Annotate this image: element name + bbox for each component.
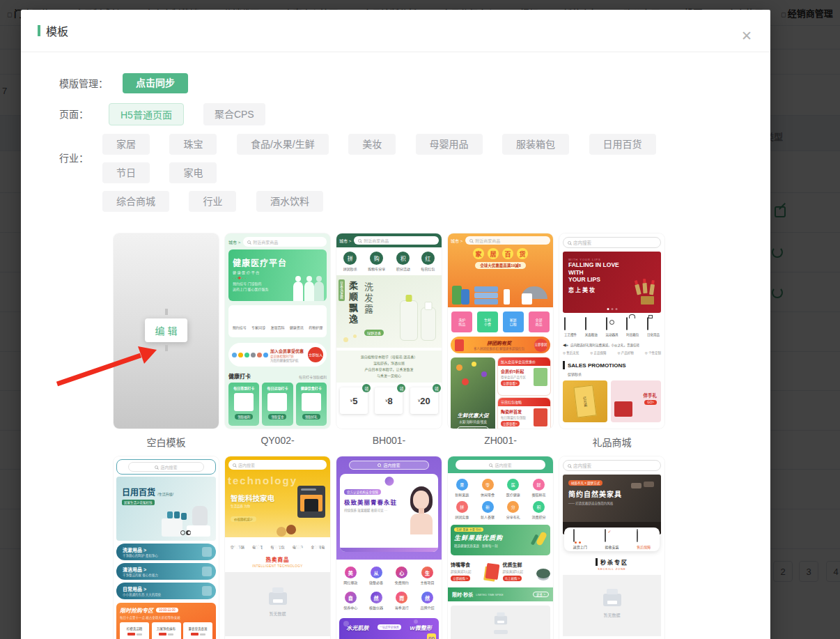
buy-button: 马上抢购 > <box>503 576 522 581</box>
card-header: 加入会员享会员优惠价 <box>498 357 550 366</box>
template-thumbnail-jd003[interactable]: 店内搜索 technology 智能科技家电 生活品质 为你 价格随机减少 空气… <box>225 456 330 639</box>
section-title: 健康打卡 <box>228 372 251 380</box>
industry-filter[interactable]: 家居 <box>102 134 150 155</box>
template-thumbnail-bh002[interactable]: 店内搜索 日用百货 /生活升级/ 居家生活少花冤枉钱 洗漱用品 >干净随心的呵护… <box>114 456 219 639</box>
desc-line: 源自植物草本精华（母菊花·迷迭香） <box>338 354 440 360</box>
cups <box>174 511 180 518</box>
avatar-group <box>232 353 268 357</box>
empty-text: 暂无数据 <box>563 612 661 618</box>
qy002-section-row: 健康打卡 每日打卡领取福利 <box>228 372 327 380</box>
zh001-bottom-grid: 生鲜优惠大促 水果/海鲜/肉类/蛋类 进入生鲜优惠专区 加入会员享会员优惠价 会… <box>451 357 550 429</box>
zh001-header: 城市 > 附近商家商品 <box>451 236 550 245</box>
sp006-icon-row-2: 拼拼团实惠 新新人荟聚 分分享有礼 积消费积分 <box>448 501 553 519</box>
claim-badge: 领 <box>433 384 441 392</box>
col-sub: 超值满减3元起 <box>451 569 472 573</box>
strip-title: 日常用品 > <box>123 585 216 592</box>
icon-label: 休闲零食 <box>481 492 495 497</box>
banner-tag: 草本洗发露 <box>339 279 345 301</box>
product-name: 万家净色抹布 <box>152 626 181 631</box>
template-thumbnail-gift[interactable]: 店内搜索 WITH YOUR LIPS FALLING IN LOVE WITH… <box>559 233 664 429</box>
industry-filter[interactable]: 母婴用品 <box>416 134 483 155</box>
template-card-bh002: 店内搜索 日用百货 /生活升级/ 居家生活少花冤枉钱 洗漱用品 >干净随心的呵护… <box>114 456 219 639</box>
col-title: 馋嘴零食 <box>451 561 472 568</box>
qy002-membership-banner: 加入会员享受优惠 会员体检限时7折 为您的健康保驾护航 立即加入 <box>228 343 327 367</box>
template-thumbnail-qy003[interactable]: 店内搜索 官方认证机构安全保障 极致美丽青春永驻 持续保养 效果细腻 收获可见 … <box>336 456 442 639</box>
template-thumbnail-jg003[interactable]: 店内搜索 材质不凡 × 圆梦方式 简约自然美家具 —— 打造优雅舒适自然简约风格… <box>559 456 664 639</box>
veggie-deco <box>481 371 487 377</box>
speaker-icon: ◀» <box>563 342 568 347</box>
banner-pill: 价格随机减少 <box>231 516 256 522</box>
template-thumbnail-qy002[interactable]: 城市 > 附近商家商品 健康医疗平台 健·康·医·疗·平·台 · · ✚ · ·… <box>225 233 330 429</box>
search-placeholder: 附近商家商品 <box>364 238 389 244</box>
tab-h5-page[interactable]: H5普通页面 <box>109 103 184 125</box>
appointment-icon <box>233 316 247 321</box>
product-name: 薰衣草洗衣液 <box>183 626 212 631</box>
banner-title-circles: 家 居 百 货 <box>451 248 550 259</box>
section-title: 秒杀专区 <box>600 558 628 566</box>
banner-products <box>451 277 550 305</box>
industry-filter[interactable]: 家电 <box>169 162 217 183</box>
industry-filter[interactable]: 综合商城 <box>102 191 169 212</box>
icon-label: 购物车分享 <box>368 266 385 271</box>
search-icon <box>233 463 236 467</box>
flash-product: 柠檬洗洁精 <box>120 622 149 639</box>
empty-state <box>451 606 550 639</box>
price-red <box>191 633 199 636</box>
banner-tag: 材质不凡 × 圆梦方式 <box>568 480 602 486</box>
aftersale-icon <box>637 529 638 542</box>
icon-label: 新鲜果蔬 <box>455 492 469 497</box>
price-strike <box>200 633 205 636</box>
gift-banner: WITH YOUR LIPS FALLING IN LOVE WITH YOUR… <box>563 252 661 313</box>
sync-button[interactable]: 点击同步 <box>123 73 188 93</box>
shampoo-bottle <box>421 307 436 341</box>
template-grid-row-2: 店内搜索 日用百货 /生活升级/ 居家生活少花冤枉钱 洗漱用品 >干净随心的呵护… <box>114 456 770 639</box>
search-bar: 店内搜索 <box>563 460 661 471</box>
coupon-card: ¥5领 <box>340 387 368 414</box>
sp006-header: 店内搜索 <box>448 456 553 473</box>
industry-filter[interactable]: 日用百货 <box>589 134 656 155</box>
jd003-banner: 店内搜索 technology 智能科技家电 生活品质 为你 价格随机减少 <box>225 456 330 537</box>
icon-label: 时尚箱包 <box>626 332 639 337</box>
flower-deco <box>353 334 357 338</box>
service-label: 售后保障 <box>637 544 651 549</box>
template-thumbnail-bh001[interactable]: 城市 > 附近商家商品 拼拼团秒杀 购购物车分享 积积分活动 红每日红包 草本洗… <box>336 233 442 429</box>
sunglasses <box>180 530 185 535</box>
promo-mid: 一站式学会保养 <box>378 624 401 630</box>
industry-filter[interactable]: 食品/水果/生鲜 <box>237 134 329 155</box>
city-selector: 城市 > <box>451 238 462 244</box>
industry-filter[interactable]: 节日 <box>102 162 150 183</box>
industry-filter[interactable]: 行业 <box>189 191 236 212</box>
fresh-promo-card: 生鲜优惠大促 水果/海鲜/肉类/蛋类 进入生鲜优惠专区 <box>451 357 495 429</box>
qy002-banner: 健康医疗平台 健·康·医·疗·平·台 · · ✚ · · 预约挂号 门诊取药 送… <box>228 249 327 301</box>
industry-filter[interactable]: 服装箱包 <box>502 134 569 155</box>
template-thumbnail-zh001[interactable]: 城市 > 附近商家商品 家 居 百 货 全球大优惠最高满19减8 <box>448 233 553 429</box>
icon-label: 当季流行 <box>395 605 409 610</box>
flash-products: 柠檬洗洁精 万家净色抹布 薰衣草洗衣液 <box>120 622 212 639</box>
industry-filter[interactable]: 酒水饮料 <box>256 191 323 212</box>
close-icon[interactable]: ✕ <box>741 29 752 43</box>
industry-filter[interactable]: 美妆 <box>348 134 396 155</box>
tab-cps[interactable]: 聚合CPS <box>203 103 265 125</box>
empty-state: 暂无数据 <box>563 575 661 636</box>
modal-header: 模板 ✕ <box>21 10 770 52</box>
search-placeholder: 店内搜索 <box>495 462 511 468</box>
search-placeholder: 店内搜索 <box>573 462 591 469</box>
template-thumbnail-blank[interactable]: 编 辑 <box>114 233 219 429</box>
industry-filter[interactable]: 珠宝 <box>169 134 217 155</box>
veggie-deco <box>472 362 476 367</box>
card-sub: 每日限量红包领取 <box>501 415 526 419</box>
search-placeholder: 附近商家商品 <box>475 238 500 244</box>
banner-title: 生鲜果蔬优质购 <box>454 533 547 542</box>
template-thumbnail-sp006[interactable]: 店内搜索 果新鲜果蔬 零休闲零食 医医疗健康 鲜蛋糕鲜花 拼拼团实惠 新新人荟聚… <box>448 456 553 639</box>
redpacket-card: 节日红包攻略 陶瓷杯首发每日限量红包领取立即查看> <box>498 398 550 429</box>
col-sub: 超值满减5元起 <box>503 569 524 573</box>
title-char: 家 <box>473 248 484 259</box>
pillow-deco <box>644 482 654 487</box>
lipstick <box>642 283 647 293</box>
banner-title: 日用百货 /生活升级/ <box>122 486 173 498</box>
banner-slash: /生活升级/ <box>157 492 173 496</box>
strip-subtitle: 多人拼团优惠折扣 解锁更多超值红包 <box>464 346 534 351</box>
edit-button[interactable]: 编 辑 <box>145 318 188 342</box>
cleaning-strip: 清洁用品 >干净整洁的家 省心也省力 <box>116 563 216 580</box>
detergent-bottle <box>461 289 469 305</box>
